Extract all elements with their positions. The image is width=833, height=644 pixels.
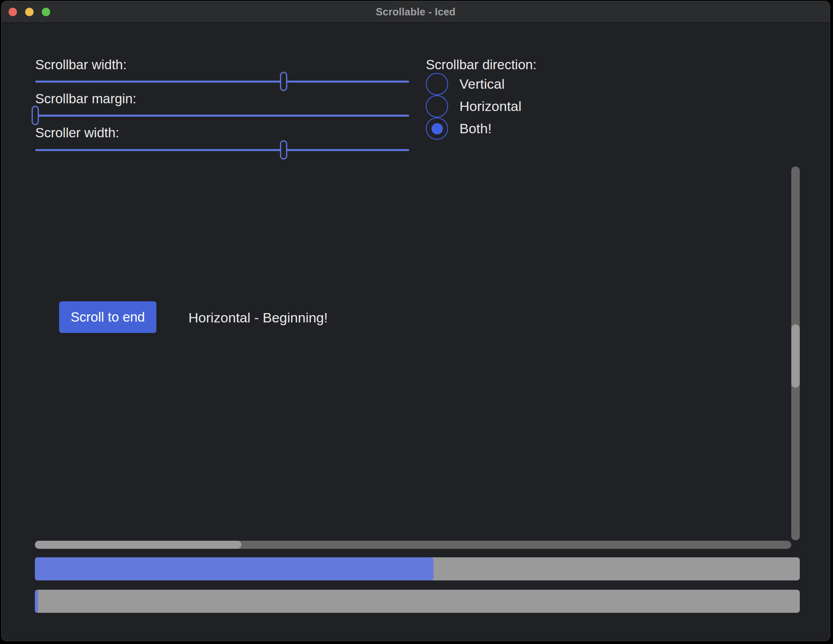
radio-label: Horizontal xyxy=(459,98,521,114)
vertical-scrollbar-track[interactable] xyxy=(791,166,800,540)
progress-bar-1 xyxy=(35,557,800,580)
progress-bar-1-fill xyxy=(35,557,434,580)
scrollbar-width-label: Scrollbar width: xyxy=(35,57,127,73)
slider-handle[interactable] xyxy=(32,106,39,125)
scroll-status-text: Horizontal - Beginning! xyxy=(188,310,328,326)
radio-circle-icon xyxy=(426,95,448,117)
traffic-lights xyxy=(9,1,50,22)
slider-rail xyxy=(35,115,409,117)
titlebar: Scrollable - Iced xyxy=(2,1,830,23)
scrollbar-margin-label: Scrollbar margin: xyxy=(35,91,136,107)
slider-rail xyxy=(35,149,409,151)
zoom-button[interactable] xyxy=(42,8,50,16)
progress-bar-2-fill xyxy=(35,590,38,613)
slider-handle[interactable] xyxy=(280,140,287,160)
scroller-width-slider[interactable] xyxy=(35,140,409,160)
slider-handle[interactable] xyxy=(280,72,287,91)
window-title: Scrollable - Iced xyxy=(376,6,456,18)
horizontal-scrollbar-thumb[interactable] xyxy=(35,541,241,549)
slider-rail xyxy=(35,81,409,83)
app-window: Scrollable - Iced Scrollbar width: Scrol… xyxy=(1,1,830,641)
radio-circle-icon xyxy=(426,117,448,140)
vertical-scrollbar-thumb[interactable] xyxy=(791,324,800,388)
radio-label: Vertical xyxy=(459,76,505,92)
radio-vertical[interactable]: Vertical xyxy=(426,73,505,95)
scroll-to-end-button[interactable]: Scroll to end xyxy=(59,301,156,333)
horizontal-scrollbar-track[interactable] xyxy=(35,541,791,549)
radio-circle-icon xyxy=(426,73,448,95)
progress-bar-2 xyxy=(35,590,800,613)
radio-label: Both! xyxy=(459,121,491,136)
scrollbar-margin-slider[interactable] xyxy=(35,106,409,125)
minimize-button[interactable] xyxy=(25,8,34,16)
scrollbar-direction-label: Scrollbar direction: xyxy=(426,57,536,73)
radio-horizontal[interactable]: Horizontal xyxy=(426,95,521,117)
scroller-width-label: Scroller width: xyxy=(35,125,119,141)
close-button[interactable] xyxy=(9,8,17,16)
radio-both[interactable]: Both! xyxy=(426,117,491,140)
scrollbar-width-slider[interactable] xyxy=(35,72,409,91)
